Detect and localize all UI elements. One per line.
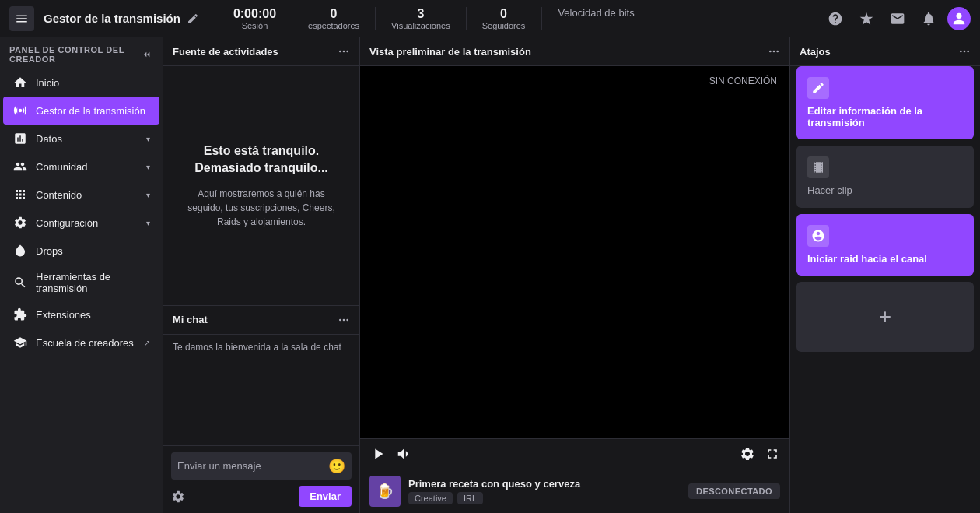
activity-main-message: Esto está tranquilo.Demasiado tranquilo.… [194,142,328,177]
sidebar-item-tools[interactable]: Herramientas de transmisión [3,265,159,300]
pencil-icon [807,77,829,99]
sidebar-item-inicio[interactable]: Inicio [3,69,159,97]
chat-input-row: 🙂 [171,452,352,480]
chat-header: Mi chat [163,306,359,335]
shortcut-hacer-clip[interactable]: Hacer clip [796,146,974,208]
chat-messages: Te damos la bienvenida a la sala de chat [163,335,359,446]
svg-rect-1 [16,18,27,19]
shortcuts-header: Atajos [790,37,980,66]
svg-point-7 [339,318,341,321]
activity-feed-panel: Fuente de actividades Esto está tranquil… [163,37,360,513]
stream-controls [360,438,789,469]
svg-point-5 [343,51,345,53]
svg-point-10 [769,51,772,53]
svg-point-3 [19,109,23,113]
nav-right-icons [823,6,971,31]
sidebar-collapse-button[interactable] [141,48,153,61]
svg-point-11 [773,51,775,53]
stat-followers: 0 Seguidores [467,7,542,30]
svg-point-15 [967,51,969,53]
disconnected-badge: DESCONECTADO [688,483,780,499]
stream-video-bg [360,66,789,438]
svg-rect-2 [16,21,27,23]
stream-thumbnail: 🍺 [369,476,401,507]
stat-session: 0:00:00 Sesión [218,7,292,30]
stat-viewers: 0 espectadores [292,7,376,30]
data-icon [12,131,28,146]
notification-icon-button[interactable] [916,6,941,31]
activity-feed-menu-button[interactable] [338,45,350,58]
external-link-icon: ↗ [144,339,150,347]
chat-input-area: 🙂 Enviar [163,445,359,513]
drops-icon [12,243,28,258]
home-icon [12,75,28,90]
sidebar-header: PANEL DE CONTROL DEL CREADOR [0,37,163,69]
hamburger-button[interactable] [9,6,34,31]
emoji-button[interactable]: 🙂 [328,458,345,475]
chat-settings-button[interactable] [171,490,185,504]
fullscreen-button[interactable] [765,446,780,462]
tools-icon [12,275,28,290]
content-icon [12,187,28,202]
shortcut-edit-stream-info[interactable]: Editar información de la transmisión [796,66,974,139]
main-layout: PANEL DE CONTROL DEL CREADOR Inicio Gest… [0,37,980,513]
panels-area: Fuente de actividades Esto está tranquil… [163,37,980,513]
volume-button[interactable] [396,445,413,462]
user-avatar-button[interactable] [947,7,971,30]
sidebar-item-extensiones[interactable]: Extensiones [3,300,159,329]
chevron-down-icon: ▾ [146,163,150,171]
settings-icon [12,215,28,230]
stat-visualizations: 3 Visualizaciones [376,7,467,30]
sidebar-item-configuracion[interactable]: Configuración ▾ [3,209,159,237]
svg-point-12 [776,51,779,53]
sidebar-item-comunidad[interactable]: Comunidad ▾ [3,153,159,181]
shortcuts-menu-button[interactable] [958,45,971,58]
svg-point-9 [346,318,348,321]
help-icon-button[interactable] [823,6,848,31]
svg-point-6 [346,51,348,53]
svg-point-4 [339,51,341,53]
sidebar-item-datos[interactable]: Datos ▾ [3,125,159,153]
star-icon-button[interactable] [854,6,879,31]
chevron-down-icon: ▾ [146,191,150,199]
sidebar-item-drops[interactable]: Drops [3,237,159,265]
school-icon [12,335,28,350]
shortcut-iniciar-raid[interactable]: Iniciar raid hacia el canal [796,214,974,276]
raid-icon [807,225,829,247]
send-message-button[interactable]: Enviar [299,486,352,507]
extensions-icon [12,307,28,322]
stream-info-text: Primera receta con queso y cerveza Creat… [408,478,580,504]
chevron-down-icon: ▾ [146,219,150,227]
chat-panel: Mi chat Te damos la bienvenida a la sala… [163,305,359,514]
stream-icon [12,103,28,118]
add-shortcut-button[interactable]: + [796,282,974,352]
svg-point-8 [343,318,345,321]
chat-actions-row: Enviar [171,486,352,507]
svg-point-14 [964,51,966,53]
chat-menu-button[interactable] [338,314,350,326]
top-nav: Gestor de la transmisión 0:00:00 Sesión … [0,0,980,37]
svg-point-13 [960,51,962,53]
shortcuts-panel: Atajos Editar información de la transmis… [790,37,980,513]
play-button[interactable] [369,445,387,462]
svg-rect-0 [16,15,27,16]
sidebar-item-school[interactable]: Escuela de creadores ↗ [3,329,159,357]
mail-icon-button[interactable] [885,6,910,31]
edit-title-button[interactable] [187,12,199,25]
stream-video-area: SIN CONEXIÓN [360,66,789,438]
stream-tags: Creative IRL [408,492,580,504]
chat-message-input[interactable] [177,452,322,480]
app-title: Gestor de la transmisión [44,12,199,25]
sidebar: PANEL DE CONTROL DEL CREADOR Inicio Gest… [0,37,163,513]
stream-preview-header: Vista preliminar de la transmisión [360,37,789,66]
stream-info-bar: 🍺 Primera receta con queso y cerveza Cre… [360,469,789,513]
chevron-down-icon: ▾ [146,135,150,143]
stream-preview-menu-button[interactable] [768,45,780,58]
sidebar-item-contenido[interactable]: Contenido ▾ [3,181,159,209]
add-icon: + [879,304,891,329]
activity-feed-header: Fuente de actividades [163,37,359,66]
stream-settings-button[interactable] [740,446,755,462]
sidebar-item-gestor[interactable]: Gestor de la transmisión [3,97,159,125]
nav-stats: 0:00:00 Sesión 0 espectadores 3 Visualiz… [218,7,650,30]
stream-preview-panel: Vista preliminar de la transmisión SIN C… [360,37,790,513]
